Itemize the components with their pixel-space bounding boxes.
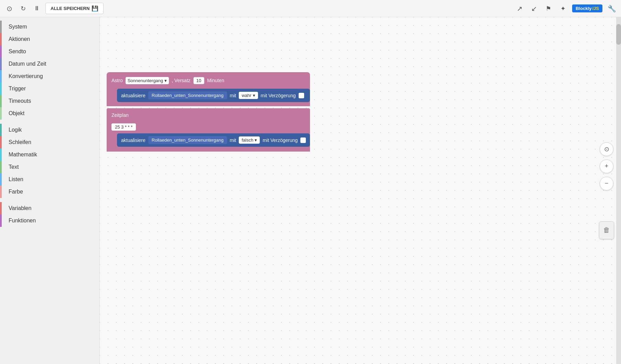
wrench-icon[interactable]: 🔧 [607,3,617,14]
zeitplan-mit-label: mit [230,137,236,143]
sidebar-divider-2 [0,198,99,202]
sidebar-item-listen[interactable]: Listen [0,173,99,186]
astro-minuten-label: Minuten [207,78,224,83]
sidebar-item-logik[interactable]: Logik [0,124,99,136]
sidebar-item-text[interactable]: Text [0,161,99,173]
zoom-in-icon: + [605,163,609,170]
sidebar-item-mathematik[interactable]: Mathematik [0,148,99,161]
sidebar-label-timeouts: Timeouts [9,98,31,104]
sidebar-label-trigger: Trigger [9,86,26,92]
zeitplan-inner-row: aktualisiere Rollaeden_unten_Sonnenunter… [117,133,310,147]
sidebar-label-mathematik: Mathematik [9,152,37,158]
target-icon[interactable]: ⊙ [4,3,14,14]
sidebar-label-aktionen: Aktionen [9,36,30,42]
zeitplan-cron-value[interactable]: 25 3 * * * [111,123,136,131]
save-icon: 💾 [92,5,98,12]
toolbar-right: ↗ ↙ ⚑ ✦ Blockly /JS 🔧 [514,3,617,14]
trash-button[interactable]: 🗑 [599,221,614,239]
refresh-icon[interactable]: ↻ [18,3,28,14]
zeitplan-body: aktualisiere Rollaeden_unten_Sonnenunter… [107,133,310,152]
sidebar-label-listen: Listen [9,176,23,183]
center-icon: ⊙ [604,145,609,153]
sidebar-label-logik: Logik [9,127,22,133]
sidebar-item-timeouts[interactable]: Timeouts [0,95,99,107]
astro-aktualisiere-label: aktualisiere [121,93,146,98]
zeitplan-header-label: Zeitplan [111,112,129,118]
astro-bool-arrow: ▾ [253,93,255,98]
sidebar-item-objekt[interactable]: Objekt [0,107,99,120]
zeitplan-verzoegerung-label: mit Verzögerung [263,137,298,143]
trash-icon: 🗑 [603,226,610,234]
zoom-in-button[interactable]: + [600,159,613,173]
flag-icon[interactable]: ⚑ [543,3,554,14]
sidebar-item-variablen[interactable]: Variablen [0,202,99,214]
zeitplan-bool-value: falsch [242,137,253,143]
center-view-button[interactable]: ⊙ [600,142,613,156]
blockly-label: Blockly [576,6,591,11]
sidebar-item-trigger[interactable]: Trigger [0,82,99,95]
save-label: ALLE SPEICHERN [51,6,89,11]
zeitplan-block: Zeitplan 25 3 * * * aktualisiere Rollaed… [107,108,310,152]
sidebar-label-schleifen: Schleifen [9,139,31,145]
sidebar-label-datum: Datum und Zeit [9,61,46,67]
blockly-js-badge[interactable]: Blockly /JS [572,4,602,12]
astro-verzoegerung-label: mit Verzögerung [261,93,296,98]
astro-mit-label: mit [230,93,236,98]
astro-inner-row: aktualisiere Rollaeden_unten_Sonnenunter… [117,89,310,102]
zeitplan-cron-row: 25 3 * * * [107,122,310,133]
canvas-controls: ⊙ + − 🗑 [599,142,614,239]
astro-versatz-value[interactable]: 10 [193,77,204,84]
pause-icon[interactable]: ⏸ [32,3,42,14]
magic-icon[interactable]: ✦ [558,3,568,14]
astro-dropdown-value: Sonnenuntergang [128,78,163,83]
scrollbar-thumb[interactable] [616,24,621,45]
zeitplan-header: Zeitplan [107,108,310,122]
toolbar-left: ⊙ ↻ ⏸ ALLE SPEICHERN 💾 [4,3,511,14]
sidebar-label-text: Text [9,164,19,170]
zeitplan-aktualisiere-label: aktualisiere [121,137,146,143]
astro-delay-checkbox[interactable] [299,93,304,98]
zeitplan-bool-dropdown[interactable]: falsch ▾ [239,136,260,144]
sidebar-item-sendto[interactable]: Sendto [0,45,99,58]
scrollbar-right[interactable] [616,17,621,364]
astro-bool-dropdown[interactable]: wahr ▾ [239,92,258,99]
export-icon[interactable]: ↗ [514,3,525,14]
trash-area: 🗑 [599,221,614,239]
canvas-area[interactable]: Astro Sonnenuntergang ▾ , Versatz 10 Min… [100,17,621,364]
sidebar-item-schleifen[interactable]: Schleifen [0,136,99,148]
sidebar-label-konvertierung: Konvertierung [9,73,43,79]
sidebar-item-konvertierung[interactable]: Konvertierung [0,70,99,82]
sidebar-label-objekt: Objekt [9,110,24,117]
zeitplan-bool-arrow: ▾ [255,137,257,143]
sidebar-label-variablen: Variablen [9,205,31,211]
sidebar-item-funktionen[interactable]: Funktionen [0,214,99,227]
sidebar-label-sendto: Sendto [9,48,26,55]
import-icon[interactable]: ↙ [529,3,539,14]
zeitplan-object-name[interactable]: Rollaeden_unten_Sonnenuntergang [148,136,227,144]
sidebar-label-system: System [9,24,27,30]
astro-bool-value: wahr [242,93,251,98]
astro-versatz-label: , Versatz [172,78,190,83]
sidebar-item-aktionen[interactable]: Aktionen [0,33,99,45]
sidebar-item-system[interactable]: System [0,21,99,33]
sidebar-item-farbe[interactable]: Farbe [0,186,99,198]
zeitplan-delay-checkbox[interactable] [300,137,306,143]
save-button[interactable]: ALLE SPEICHERN 💾 [45,3,104,14]
zoom-out-button[interactable]: − [600,177,613,190]
js-label: /JS [592,6,599,11]
sidebar-item-datum[interactable]: Datum und Zeit [0,58,99,70]
astro-block: Astro Sonnenuntergang ▾ , Versatz 10 Min… [107,72,310,106]
astro-dropdown[interactable]: Sonnenuntergang ▾ [126,77,169,84]
sidebar: System Aktionen Sendto Datum und Zeit Ko… [0,17,100,364]
main-layout: System Aktionen Sendto Datum und Zeit Ko… [0,17,621,364]
blocks-container: Astro Sonnenuntergang ▾ , Versatz 10 Min… [107,72,310,152]
astro-body: aktualisiere Rollaeden_unten_Sonnenunter… [107,89,310,106]
sidebar-divider [0,120,99,124]
astro-prefix: Astro [111,78,123,83]
astro-dropdown-arrow: ▾ [164,78,167,83]
sidebar-label-farbe: Farbe [9,189,23,195]
astro-object-name[interactable]: Rollaeden_unten_Sonnenuntergang [148,91,227,99]
zoom-out-icon: − [605,180,609,187]
astro-top-row: Astro Sonnenuntergang ▾ , Versatz 10 Min… [107,72,310,89]
toolbar: ⊙ ↻ ⏸ ALLE SPEICHERN 💾 ↗ ↙ ⚑ ✦ Blockly /… [0,0,621,17]
